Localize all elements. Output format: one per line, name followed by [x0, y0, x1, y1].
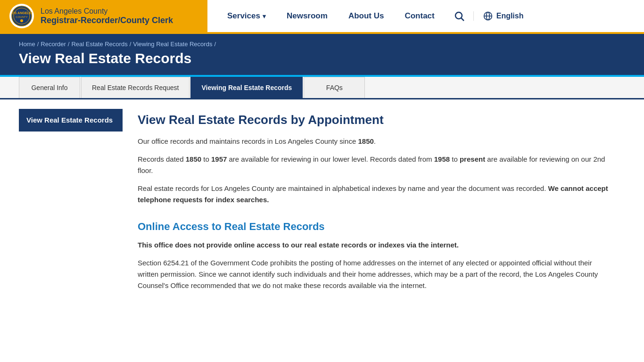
svg-point-5 [455, 12, 462, 19]
nav-contact[interactable]: Contact [394, 0, 445, 32]
svg-line-6 [461, 18, 464, 21]
breadcrumb: Home / Recorder / Real Estate Records / … [19, 41, 625, 48]
org-name: Los Angeles County Registrar-Recorder/Co… [41, 7, 173, 26]
org-line2: Registrar-Recorder/County Clerk [41, 16, 173, 26]
main-heading: View Real Estate Records by Appointment [138, 113, 610, 127]
org-line1: Los Angeles County [41, 7, 173, 16]
sidebar: View Real Estate Records [19, 99, 123, 335]
breadcrumb-home[interactable]: Home [19, 41, 35, 48]
page-header-section: Home / Recorder / Real Estate Records / … [0, 34, 644, 75]
breadcrumb-current: Viewing Real Estate Records [133, 41, 212, 48]
tabs-bar: General Info Real Estate Records Request… [0, 77, 644, 99]
globe-icon [483, 11, 493, 21]
chevron-down-icon: ▾ [263, 13, 266, 20]
sidebar-item-view-records[interactable]: View Real Estate Records [19, 109, 123, 132]
paragraph-2: Records dated 1850 to 1957 are available… [138, 154, 610, 176]
svg-text:LOS ANGELES: LOS ANGELES [11, 11, 32, 15]
search-icon [454, 10, 465, 22]
search-button[interactable] [445, 10, 473, 22]
online-notice: This office does not provide online acce… [138, 239, 610, 251]
nav-services[interactable]: Services ▾ [217, 0, 276, 32]
paragraph-1: Our office records and maintains records… [138, 136, 610, 147]
svg-text:COUNTY: COUNTY [16, 16, 27, 18]
breadcrumb-real-estate-records[interactable]: Real Estate Records [71, 41, 127, 48]
nav-newsroom[interactable]: Newsroom [276, 0, 338, 32]
tab-faqs[interactable]: FAQs [304, 77, 365, 98]
tab-general-info[interactable]: General Info [19, 77, 80, 98]
online-heading: Online Access to Real Estate Records [138, 221, 610, 233]
content-area: View Real Estate Records by Appointment … [123, 99, 625, 335]
language-selector[interactable]: English [473, 11, 533, 21]
online-paragraph: Section 6254.21 of the Government Code p… [138, 257, 610, 291]
nav-about-us[interactable]: About Us [338, 0, 395, 32]
main-nav: Services ▾ Newsroom About Us Contact Eng… [207, 0, 644, 32]
seal-icon: LOS ANGELES COUNTY [9, 4, 34, 28]
site-header: LOS ANGELES COUNTY Los Angeles County Re… [0, 0, 644, 34]
svg-point-4 [20, 19, 23, 22]
page-title: View Real Estate Records [19, 50, 625, 66]
tab-real-estate-request[interactable]: Real Estate Records Request [81, 77, 190, 98]
main-content-area: View Real Estate Records View Real Estat… [0, 99, 644, 335]
breadcrumb-recorder[interactable]: Recorder [41, 41, 66, 48]
tab-viewing-real-estate[interactable]: Viewing Real Estate Records [190, 77, 303, 98]
paragraph-3: Real estate records for Los Angeles Coun… [138, 183, 610, 206]
logo-area[interactable]: LOS ANGELES COUNTY Los Angeles County Re… [0, 0, 207, 32]
